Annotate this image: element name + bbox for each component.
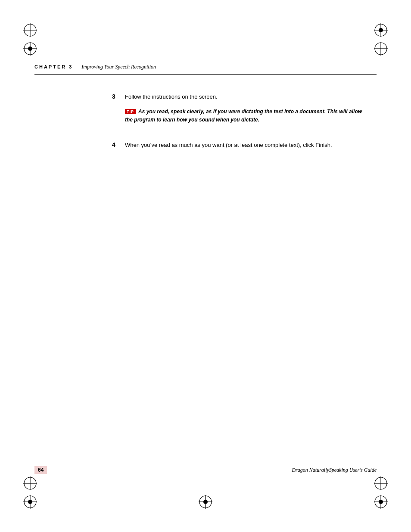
step-4-text: When you’ve read as much as you want (or… xyxy=(125,141,368,149)
page-header: CHAPTER 3 Improving Your Speech Recognit… xyxy=(34,64,377,70)
reg-mark-tl2 xyxy=(22,41,38,56)
step-3-content: Follow the instructions on the screen. T… xyxy=(125,93,368,131)
page-footer: 64 Dragon NaturallySpeaking User’s Guide xyxy=(34,466,377,474)
reg-mark-tr xyxy=(373,22,389,38)
step-3-number: 3 xyxy=(112,93,125,100)
chapter-subtitle: Improving Your Speech Recognition xyxy=(81,64,156,70)
step-3-text: Follow the instructions on the screen. xyxy=(125,93,368,101)
step-4-content: When you’ve read as much as you want (or… xyxy=(125,141,368,149)
page: CHAPTER 3 Improving Your Speech Recognit… xyxy=(0,0,411,532)
reg-mark-bl2 xyxy=(22,476,38,491)
chapter-label: CHAPTER 3 xyxy=(34,64,73,69)
header-divider xyxy=(34,74,377,75)
step-3: 3 Follow the instructions on the screen.… xyxy=(112,93,368,131)
reg-mark-br xyxy=(373,494,389,510)
content-area: 3 Follow the instructions on the screen.… xyxy=(112,93,368,159)
reg-mark-bc xyxy=(198,494,213,510)
reg-mark-bl xyxy=(22,494,38,510)
tip-box: TIPAs you read, speak clearly, as if you… xyxy=(125,107,368,124)
tip-text: As you read, speak clearly, as if you we… xyxy=(125,109,362,123)
tip-label: TIP xyxy=(125,109,136,114)
reg-mark-br2 xyxy=(373,476,389,491)
reg-mark-tl xyxy=(22,22,38,38)
footer-title: Dragon NaturallySpeaking User’s Guide xyxy=(292,467,377,473)
step-4-number: 4 xyxy=(112,141,125,148)
reg-mark-tr2 xyxy=(373,41,389,56)
step-4: 4 When you’ve read as much as you want (… xyxy=(112,141,368,149)
page-number: 64 xyxy=(34,466,47,474)
